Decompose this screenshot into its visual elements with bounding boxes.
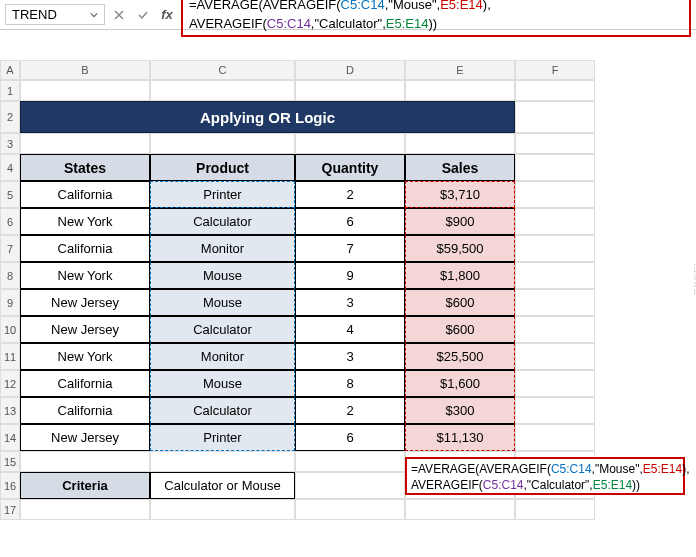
cell-product[interactable]: Calculator xyxy=(150,397,295,424)
cell[interactable] xyxy=(515,101,595,133)
row-header[interactable]: 11 xyxy=(0,343,20,370)
active-cell-formula[interactable]: =AVERAGE(AVERAGEIF(C5:C14,"Mouse",E5:E14… xyxy=(405,457,685,495)
row-header[interactable]: 9 xyxy=(0,289,20,316)
cell[interactable] xyxy=(150,499,295,520)
formula-bar-input[interactable]: =AVERAGE(AVERAGEIF(C5:C14,"Mouse",E5:E14… xyxy=(181,0,691,37)
row-header[interactable]: 8 xyxy=(0,262,20,289)
cell-quantity[interactable]: 2 xyxy=(295,397,405,424)
cancel-icon[interactable] xyxy=(109,5,129,25)
row-header[interactable]: 7 xyxy=(0,235,20,262)
cell-product[interactable]: Calculator xyxy=(150,208,295,235)
cell[interactable] xyxy=(515,499,595,520)
cell[interactable] xyxy=(295,451,405,472)
cell-product[interactable]: Printer xyxy=(150,181,295,208)
row-header[interactable]: 1 xyxy=(0,80,20,101)
col-header[interactable]: B xyxy=(20,60,150,80)
cell-quantity[interactable]: 4 xyxy=(295,316,405,343)
cell[interactable] xyxy=(515,289,595,316)
row-header[interactable]: 13 xyxy=(0,397,20,424)
cell[interactable] xyxy=(405,133,515,154)
header-sales[interactable]: Sales xyxy=(405,154,515,181)
enter-icon[interactable] xyxy=(133,5,153,25)
cell-state[interactable]: California xyxy=(20,370,150,397)
cell-product[interactable]: Mouse xyxy=(150,262,295,289)
cell[interactable] xyxy=(295,133,405,154)
row-header[interactable]: 5 xyxy=(0,181,20,208)
cell-sales[interactable]: $1,600 xyxy=(405,370,515,397)
cell-product[interactable]: Calculator xyxy=(150,316,295,343)
cell[interactable] xyxy=(515,235,595,262)
col-header[interactable]: E xyxy=(405,60,515,80)
cell-quantity[interactable]: 8 xyxy=(295,370,405,397)
cell[interactable] xyxy=(295,80,405,101)
cell-sales[interactable]: $1,800 xyxy=(405,262,515,289)
cell-sales[interactable]: $59,500 xyxy=(405,235,515,262)
row-header[interactable]: 3 xyxy=(0,133,20,154)
cell-state[interactable]: New York xyxy=(20,343,150,370)
cell[interactable] xyxy=(405,80,515,101)
fx-icon[interactable]: fx xyxy=(157,5,177,25)
row-header[interactable]: 15 xyxy=(0,451,20,472)
cell-sales[interactable]: $600 xyxy=(405,316,515,343)
cell-product[interactable]: Mouse xyxy=(150,289,295,316)
cell[interactable] xyxy=(150,133,295,154)
cell[interactable] xyxy=(20,451,150,472)
cell[interactable] xyxy=(515,397,595,424)
row-header[interactable]: 10 xyxy=(0,316,20,343)
row-header[interactable]: 2 xyxy=(0,101,20,133)
cell-state[interactable]: New Jersey xyxy=(20,289,150,316)
cell[interactable] xyxy=(20,499,150,520)
cell-sales[interactable]: $300 xyxy=(405,397,515,424)
cell-state[interactable]: California xyxy=(20,397,150,424)
cell[interactable] xyxy=(150,451,295,472)
row-header[interactable]: 4 xyxy=(0,154,20,181)
cell-sales[interactable]: $11,130 xyxy=(405,424,515,451)
cell[interactable] xyxy=(20,133,150,154)
cell-quantity[interactable]: 7 xyxy=(295,235,405,262)
header-quantity[interactable]: Quantity xyxy=(295,154,405,181)
row-header[interactable]: 6 xyxy=(0,208,20,235)
col-header[interactable]: A xyxy=(0,60,20,80)
cell[interactable] xyxy=(515,181,595,208)
cell[interactable] xyxy=(20,80,150,101)
header-product[interactable]: Product xyxy=(150,154,295,181)
row-header[interactable]: 12 xyxy=(0,370,20,397)
cell-product[interactable]: Monitor xyxy=(150,343,295,370)
cell-quantity[interactable]: 3 xyxy=(295,289,405,316)
cell-state[interactable]: New Jersey xyxy=(20,424,150,451)
cell-product[interactable]: Mouse xyxy=(150,370,295,397)
col-header[interactable]: F xyxy=(515,60,595,80)
cell[interactable] xyxy=(515,133,595,154)
cell-state[interactable]: California xyxy=(20,181,150,208)
col-header[interactable]: C xyxy=(150,60,295,80)
cell[interactable] xyxy=(515,80,595,101)
cell[interactable] xyxy=(295,472,405,499)
cell-state[interactable]: New Jersey xyxy=(20,316,150,343)
cell[interactable] xyxy=(515,370,595,397)
cell[interactable] xyxy=(405,499,515,520)
cell-quantity[interactable]: 6 xyxy=(295,424,405,451)
cell-state[interactable]: California xyxy=(20,235,150,262)
cell[interactable] xyxy=(515,316,595,343)
cell-state[interactable]: New York xyxy=(20,208,150,235)
name-box[interactable]: TREND xyxy=(5,4,105,25)
cell-quantity[interactable]: 9 xyxy=(295,262,405,289)
cell[interactable] xyxy=(515,343,595,370)
criteria-value[interactable]: Calculator or Mouse xyxy=(150,472,295,499)
header-states[interactable]: States xyxy=(20,154,150,181)
criteria-label[interactable]: Criteria xyxy=(20,472,150,499)
row-header[interactable]: 14 xyxy=(0,424,20,451)
cell[interactable] xyxy=(515,208,595,235)
col-header[interactable]: D xyxy=(295,60,405,80)
cell[interactable] xyxy=(150,80,295,101)
cell-sales[interactable]: $600 xyxy=(405,289,515,316)
cell-product[interactable]: Printer xyxy=(150,424,295,451)
cell[interactable] xyxy=(515,424,595,451)
cell-sales[interactable]: $25,500 xyxy=(405,343,515,370)
cell[interactable] xyxy=(515,154,595,181)
cell-quantity[interactable]: 2 xyxy=(295,181,405,208)
cell-quantity[interactable]: 3 xyxy=(295,343,405,370)
cell[interactable] xyxy=(295,499,405,520)
cell-sales[interactable]: $900 xyxy=(405,208,515,235)
cell-state[interactable]: New York xyxy=(20,262,150,289)
